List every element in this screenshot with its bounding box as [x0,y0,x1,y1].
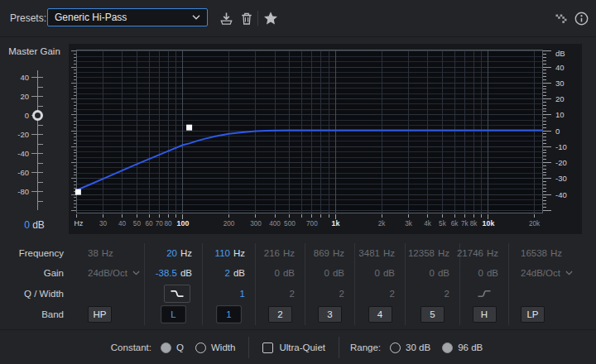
gain-number: 0 [375,268,380,278]
y-axis-tick-label: 40 [555,63,565,72]
eq-column-1: 110Hz2dB11 [202,243,255,325]
band-button-l[interactable]: L [161,306,185,323]
q-width-value-lp [509,283,579,304]
delete-preset-button[interactable] [238,10,255,26]
toolbar: Presets: Generic Hi-Pass [0,0,596,36]
frequency-number: 16538 [521,248,547,258]
radio-label: Q [176,342,184,352]
master-gain-slider[interactable]: Master Gain 40200-20-40-60-80 0 dB [0,44,69,242]
frequency-number: 3481 [358,248,380,258]
constant-q-radio[interactable]: Q [161,342,184,353]
frequency-number: 20 [166,248,177,258]
save-preset-button[interactable] [218,10,234,26]
slider-tick [31,96,37,97]
master-gain-track [37,70,38,210]
slider-tick [38,87,43,88]
band-cell-lp: LP [509,304,579,325]
eq-column-lp: 16538Hz24dB/OctLP [508,243,579,325]
band-button-hp[interactable]: HP [88,306,112,323]
gain-unit: dB [283,268,295,278]
eq-graph-panel: dB403020100-10-20-30-40Hz304050607080100… [69,44,582,234]
frequency-value-2: 216Hz [256,243,305,263]
row-label-q-width: Q / Width [0,283,71,304]
q-number: 2 [339,289,344,299]
q-width-value-h [460,283,508,304]
slider-tick-label: 20 [0,92,29,101]
gain-value-l[interactable]: -38.5dB [145,263,202,283]
band-button-h[interactable]: H [473,306,497,323]
gain-value-h: 0dB [460,263,508,283]
gain-value-5: 0dB [406,263,459,283]
x-axis-tick-label: 3k [405,220,413,228]
band-handle-1[interactable] [186,125,192,131]
master-gain-label: Master Gain [0,46,69,56]
band-button-2[interactable]: 2 [268,306,292,323]
slider-tick [31,191,37,192]
frequency-number: 869 [314,248,329,258]
eq-graph[interactable]: dB403020100-10-20-30-40Hz304050607080100… [69,44,582,234]
slider-tick [38,144,43,145]
routing-button[interactable] [553,10,570,26]
x-axis-tick-label: 4k [424,220,432,228]
q-width-value-1[interactable]: 1 [203,283,255,304]
master-gain-knob[interactable] [32,110,43,121]
x-axis-tick-label: 1k [332,219,340,228]
radio-icon [390,342,401,353]
slider-tick-label: 0 [0,111,29,120]
slider-tick [38,201,43,202]
slider-tick [31,134,37,135]
preset-dropdown[interactable]: Generic Hi-Pass [47,8,208,26]
x-axis-tick-label: 50 [133,220,142,228]
band-cell-hp: HP [71,304,144,325]
shelf-type-button-l[interactable] [164,285,190,303]
slider-tick-label: 40 [0,73,29,82]
y-axis-tick-label: -40 [555,190,567,199]
q-width-value-3: 2 [305,283,354,304]
band-cell-1: 1 [203,304,255,325]
slider-tick-label: -20 [0,130,29,139]
constant-label: Constant: [111,342,151,352]
slider-tick [38,153,43,154]
shelf-high-icon [477,290,492,298]
x-axis-tick-label: 300 [250,220,262,228]
x-axis-tick-label: 200 [223,220,235,228]
gain-value-3: 0dB [305,263,354,283]
band-button-lp[interactable]: LP [521,306,545,323]
favorite-preset-button[interactable] [262,10,279,26]
routing-icon [554,11,569,26]
band-button-3[interactable]: 3 [318,306,342,323]
frequency-value-3: 869Hz [305,243,354,263]
constant-width-radio[interactable]: Width [195,342,235,353]
x-axis-unit-label: Hz [74,219,84,228]
x-axis-tick-label: 2k [378,220,387,228]
shelf-low-icon [170,290,185,298]
info-button[interactable] [573,10,589,26]
band-button-4[interactable]: 4 [368,306,392,323]
slope-value: 24dB/Oct [88,268,127,278]
star-icon [262,10,279,26]
range-30db-radio[interactable]: 30 dB [390,342,430,353]
eq-column-5: 12358Hz0dB25 [405,243,459,325]
eq-column-h: 21746Hz0dBH [459,243,508,325]
q-width-value-l [145,283,202,304]
range-96db-radio[interactable]: 96 dB [442,342,483,353]
gain-number: 2 [225,268,230,278]
master-gain-value[interactable]: 0 dB [0,219,69,231]
chevron-down-icon [192,15,200,20]
slider-tick-label: -60 [0,168,29,177]
q-width-value-5: 2 [406,283,459,304]
ultra-quiet-checkbox[interactable]: Ultra-Quiet [262,342,325,353]
footer-bar: Constant: Q Width Ultra-Quiet Range: 30 … [0,329,596,364]
gain-value-1[interactable]: 2dB [203,263,255,283]
y-axis-tick-label: -20 [555,158,567,167]
frequency-value-l[interactable]: 20Hz [145,243,202,263]
band-handle-L[interactable] [75,189,81,195]
frequency-value-h: 21746Hz [460,243,508,263]
toolbar-separator [257,11,258,26]
eq-parameter-table: FrequencyGainQ / WidthBand38Hz24dB/OctHP… [0,243,596,325]
gain-unit: dB [383,268,395,278]
band-button-5[interactable]: 5 [421,306,445,323]
frequency-value-1[interactable]: 110Hz [203,243,255,263]
band-button-1[interactable]: 1 [217,306,241,323]
frequency-unit: Hz [333,248,344,258]
